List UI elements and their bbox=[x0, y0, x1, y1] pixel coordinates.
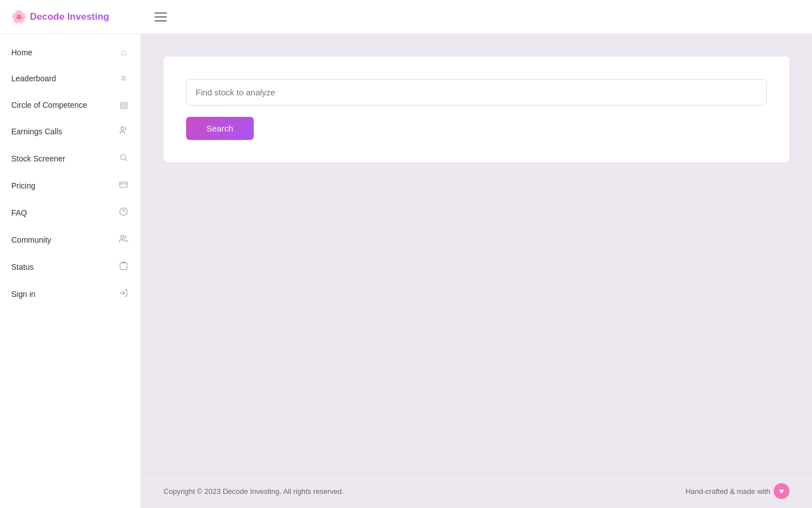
sidebar-header: 🌸 Decode Investing bbox=[0, 0, 141, 34]
sidebar-label-status: Status bbox=[11, 262, 34, 271]
question-icon bbox=[118, 207, 129, 218]
sidebar-label-circle-of-competence: Circle of Competence bbox=[11, 100, 87, 110]
search-card: Search bbox=[164, 56, 789, 163]
sidebar-item-circle-of-competence[interactable]: Circle of Competence ▤ bbox=[0, 91, 140, 118]
heart-icon: ♥ bbox=[774, 483, 789, 499]
chat-icon: ▤ bbox=[118, 99, 129, 110]
search-icon bbox=[118, 153, 129, 164]
logo[interactable]: 🌸 Decode Investing bbox=[11, 10, 109, 24]
card-icon bbox=[118, 180, 129, 191]
sidebar-label-faq: FAQ bbox=[11, 208, 27, 217]
svg-line-2 bbox=[125, 159, 127, 161]
svg-rect-8 bbox=[120, 263, 127, 270]
sidebar: Home ⌂ Leaderboard ≡ Circle of Competenc… bbox=[0, 34, 141, 508]
community-icon bbox=[118, 234, 129, 246]
hamburger-line-3 bbox=[155, 20, 167, 21]
svg-point-0 bbox=[121, 127, 123, 130]
sidebar-label-stock-screener: Stock Screener bbox=[11, 154, 65, 163]
svg-point-7 bbox=[121, 235, 123, 238]
hamburger-line-1 bbox=[155, 12, 167, 14]
footer-right: Hand-crafted & made with ♥ bbox=[686, 483, 789, 499]
sidebar-item-status[interactable]: Status bbox=[0, 253, 140, 281]
sidebar-label-home: Home bbox=[11, 48, 32, 57]
sidebar-label-earnings-calls: Earnings Calls bbox=[11, 127, 62, 136]
top-header-bar bbox=[141, 0, 812, 34]
logo-text: Decode Investing bbox=[30, 11, 109, 23]
hamburger-button[interactable] bbox=[152, 10, 169, 24]
sidebar-item-pricing[interactable]: Pricing bbox=[0, 172, 140, 199]
hamburger-line-2 bbox=[155, 16, 167, 17]
search-input-wrapper bbox=[186, 79, 767, 106]
sign-in-icon bbox=[118, 288, 129, 300]
handcrafted-text: Hand-crafted & made with bbox=[686, 487, 770, 496]
sidebar-item-leaderboard[interactable]: Leaderboard ≡ bbox=[0, 65, 140, 91]
list-icon: ≡ bbox=[118, 73, 129, 84]
sidebar-item-sign-in[interactable]: Sign in bbox=[0, 281, 140, 308]
sidebar-label-sign-in: Sign in bbox=[11, 290, 36, 299]
sidebar-label-community: Community bbox=[11, 235, 51, 244]
svg-point-1 bbox=[121, 155, 126, 160]
sidebar-item-community[interactable]: Community bbox=[0, 226, 140, 253]
copyright-text: Copyright © 2023 Decode Investing. All r… bbox=[164, 487, 344, 496]
stock-search-input[interactable] bbox=[186, 79, 767, 106]
logo-icon: 🌸 bbox=[11, 10, 27, 24]
svg-rect-3 bbox=[120, 182, 127, 187]
people-speaking-icon bbox=[118, 126, 129, 137]
sidebar-item-stock-screener[interactable]: Stock Screener bbox=[0, 145, 140, 172]
sidebar-item-faq[interactable]: FAQ bbox=[0, 199, 140, 226]
sidebar-label-pricing: Pricing bbox=[11, 181, 36, 190]
sidebar-label-leaderboard: Leaderboard bbox=[11, 74, 56, 83]
home-icon: ⌂ bbox=[118, 47, 129, 58]
footer: Copyright © 2023 Decode Investing. All r… bbox=[141, 474, 812, 508]
content-area: Search bbox=[141, 34, 812, 474]
search-button[interactable]: Search bbox=[186, 117, 254, 140]
main-content: Search Copyright © 2023 Decode Investing… bbox=[141, 34, 812, 508]
clipboard-icon bbox=[118, 261, 129, 273]
sidebar-item-earnings-calls[interactable]: Earnings Calls bbox=[0, 118, 140, 145]
sidebar-item-home[interactable]: Home ⌂ bbox=[0, 40, 140, 65]
